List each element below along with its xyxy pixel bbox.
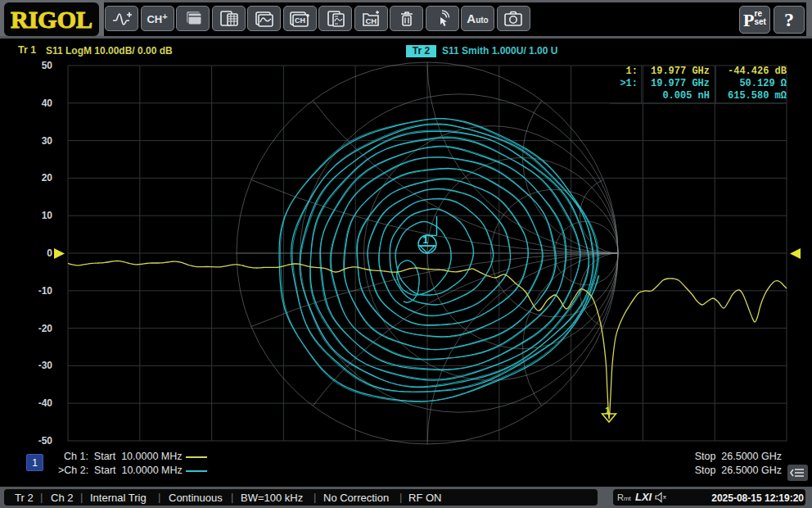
- svg-text:CH: CH: [295, 16, 305, 25]
- svg-text:CH: CH: [366, 16, 377, 25]
- svg-text:1: 1: [423, 234, 429, 246]
- svg-text:1: 1: [605, 406, 610, 415]
